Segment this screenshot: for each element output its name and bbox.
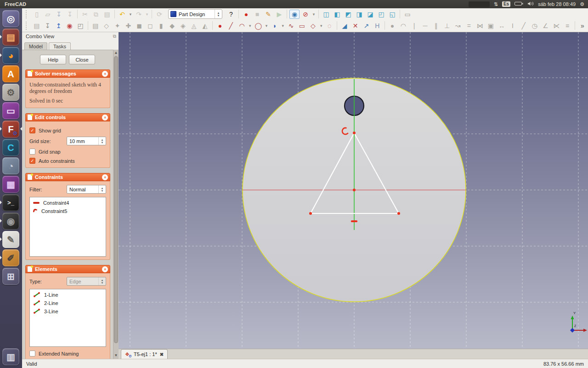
toolbar-undo[interactable]: ↶ [117, 9, 128, 19]
toolbar-sk-polygon[interactable]: ◇ [307, 21, 318, 31]
close-button[interactable]: Close [69, 55, 95, 64]
launcher-workspace-switcher[interactable]: ⊞ [0, 267, 22, 286]
tab-model[interactable]: Model [24, 42, 47, 50]
toolbar-sk-conic-dropdown[interactable]: ▾ [280, 21, 286, 31]
network-icon[interactable]: ⇅ [494, 1, 498, 7]
filter-combobox[interactable]: Normal ▲▼ [67, 185, 106, 194]
toolbar-pd-pocket[interactable]: ◇ [101, 21, 112, 31]
toolbar-con-angle[interactable]: ∠ [540, 21, 551, 31]
toolbar-sk-conic[interactable]: ◗ [269, 21, 280, 31]
toolbar-open-file[interactable]: ▱ [42, 9, 53, 19]
launcher-terminal[interactable]: >_ [0, 194, 22, 212]
toolbar-sk-external[interactable]: ↗ [361, 21, 372, 31]
launcher-text-editor[interactable]: ✎ [0, 230, 22, 249]
launcher-media-app[interactable]: ▭ [0, 102, 22, 120]
toolbar-macro-stop[interactable]: ■ [252, 9, 263, 19]
toolbar-sk-point[interactable]: ● [215, 21, 226, 31]
collapse-icon[interactable]: « [102, 174, 108, 180]
toolbar-view-top[interactable]: ◩ [343, 9, 354, 19]
elements-list[interactable]: 1-Line2-Line3-Line [29, 289, 106, 347]
toolbar-draw-style[interactable]: ⊘ [300, 9, 311, 19]
toolbar-con-parallel[interactable]: ∥ [430, 21, 441, 31]
toolbar-draw-style-dropdown[interactable]: ▾ [311, 9, 317, 19]
constraints-list[interactable]: Constraint4Constraint5 [29, 197, 106, 257]
toolbar-sk-line[interactable]: ╱ [226, 21, 237, 31]
tab-close-icon[interactable]: ✖ [160, 352, 164, 357]
constraint-item[interactable]: Constraint4 [30, 199, 106, 207]
toolbar-pd-revolution[interactable]: ✦ [112, 21, 123, 31]
element-item[interactable]: 3-Line [30, 307, 106, 316]
toolbar-sk-carbon-copy[interactable]: H [372, 21, 383, 31]
toolbar-pd-pad[interactable]: ▤ [90, 21, 101, 31]
solver-messages-header[interactable]: Solver messages « [25, 69, 110, 78]
toolbar-copy[interactable]: ⧉ [90, 9, 102, 19]
toolbar-sketch-validate[interactable]: ◉ [64, 21, 75, 31]
toolbar-con-toggle[interactable]: ≡ [562, 21, 573, 31]
launcher-chromium[interactable]: ◔ [0, 157, 22, 175]
toolbar-pd-box1[interactable]: ◼ [134, 21, 145, 31]
edit-controls-header[interactable]: Edit controls « [25, 113, 110, 121]
toolbar-con-length[interactable]: ╱ [518, 21, 529, 31]
toolbar-sk-arc-dropdown[interactable]: ▾ [247, 21, 253, 31]
toolbar-con-vertical[interactable]: | [409, 21, 420, 31]
collapse-icon[interactable]: « [102, 71, 108, 77]
toolbar-con-snell[interactable]: ⋉ [551, 21, 562, 31]
launcher-firefox[interactable]: ◕ [0, 46, 22, 65]
toolbar-sk-circle-dropdown[interactable]: ▾ [264, 21, 269, 31]
toolbar-con-tangent[interactable]: ↝ [452, 21, 464, 31]
toolbar-con-coincident[interactable]: ● [387, 21, 398, 31]
launcher-system-settings[interactable]: ⚙ [0, 83, 22, 102]
keyboard-layout-indicator[interactable]: Es [502, 1, 510, 7]
toolbar-con-h-distance[interactable]: ↔ [496, 21, 507, 31]
constraints-header[interactable]: Constraints « [25, 173, 110, 181]
constraint-item[interactable]: Constraint5 [30, 207, 106, 215]
launcher-gimp[interactable]: ✐ [0, 249, 22, 267]
toolbar-con-radius[interactable]: ◷ [529, 21, 540, 31]
toolbar-sk-polygon-dropdown[interactable]: ▾ [318, 21, 324, 31]
document-tab[interactable]: T5-ej1 : 1* ✖ [121, 349, 168, 359]
toolbar-measure[interactable]: ▭ [402, 9, 413, 19]
clock[interactable]: sáb feb 28 08:49 [538, 1, 576, 7]
toolbar-con-lock[interactable]: ▣ [485, 21, 496, 31]
launcher-media-keys[interactable]: ▦ [0, 175, 22, 194]
toolbar-sketch-export[interactable]: ↥ [53, 21, 64, 31]
toolbar-con-equal[interactable]: = [464, 21, 475, 31]
grid-snap-checkbox[interactable] [29, 149, 35, 155]
toolbar-sk-trim[interactable]: ✕ [350, 21, 361, 31]
spinner-arrows[interactable]: ▲▼ [98, 137, 106, 145]
combo-arrows[interactable]: ▲▼ [98, 185, 106, 193]
panel-undock-icon[interactable]: ⧉ [113, 34, 116, 39]
toolbar-macro-play[interactable]: ▶ [274, 9, 285, 19]
workbench-spinner[interactable]: ▲▼ [215, 10, 222, 18]
collapse-icon[interactable]: « [102, 266, 108, 272]
toolbar-cut[interactable]: ✂ [79, 9, 90, 19]
help-button[interactable]: Help [40, 55, 66, 64]
toolbar-sk-rectangle[interactable]: ▭ [297, 21, 308, 31]
launcher-freecad[interactable]: F⚙ [0, 120, 22, 138]
toolbar-view-bottom[interactable]: ◰ [376, 9, 387, 19]
toolbar-save-as[interactable]: ↧ [64, 9, 75, 19]
workbench-selector[interactable]: Part Design▲▼ [168, 9, 222, 19]
extended-naming-checkbox[interactable] [29, 351, 35, 356]
element-item[interactable]: 1-Line [30, 291, 106, 299]
toolbar-pd-box3[interactable]: ▮ [156, 21, 167, 31]
session-gear-icon[interactable]: ⚙ [580, 1, 584, 7]
toolbar-view-right[interactable]: ◨ [354, 9, 365, 19]
toolbar-view-isometric[interactable]: ◫ [321, 9, 332, 19]
elements-header[interactable]: Elements « [25, 265, 110, 273]
toolbar-macro-edit[interactable]: ✎ [263, 9, 274, 19]
toolbar-whats-this[interactable]: ? [226, 9, 237, 19]
toolbar-redo-dropdown[interactable]: ▾ [144, 9, 150, 19]
toolbar-pd-draft[interactable]: ◬ [188, 21, 199, 31]
collapse-icon[interactable]: « [102, 115, 108, 121]
volume-icon[interactable] [527, 1, 534, 7]
launcher-software-center[interactable]: A [0, 65, 22, 83]
toolbar-sk-circle[interactable]: ◯ [253, 21, 264, 31]
toolbar-toolbar-overflow[interactable]: » [577, 21, 588, 31]
toolbar-con-symmetric[interactable]: ⋈ [475, 21, 486, 31]
toolbar-sketch-merge[interactable]: ↧ [42, 21, 53, 31]
toolbar-pd-groove[interactable]: ✚ [123, 21, 134, 31]
show-grid-checkbox[interactable]: ✓ [29, 127, 35, 133]
launcher-vault[interactable]: ◉ [0, 212, 22, 230]
toolbar-con-v-distance[interactable]: I [507, 21, 518, 31]
